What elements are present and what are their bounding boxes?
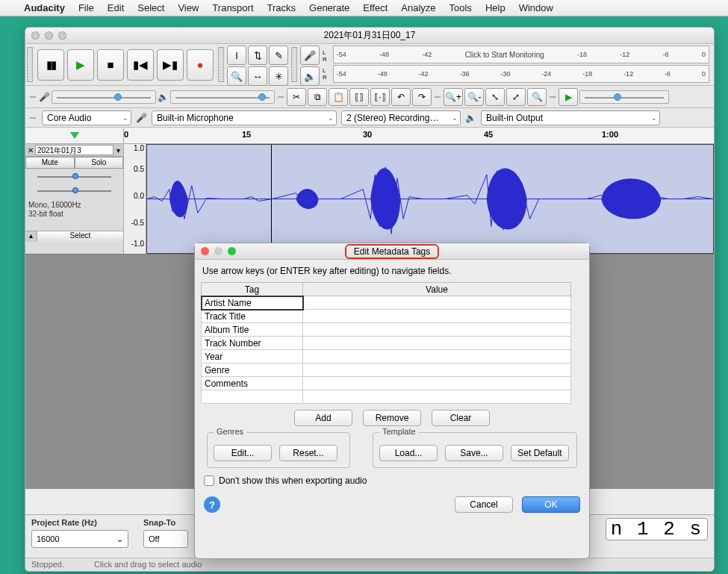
menu-tools[interactable]: Tools <box>449 2 472 13</box>
template-save-button[interactable]: Save... <box>445 445 503 461</box>
silence-button[interactable]: ⟦·⟧ <box>370 88 390 106</box>
add-button[interactable]: Add <box>294 410 352 426</box>
template-set-default-button[interactable]: Set Default <box>511 445 569 461</box>
grip-handle[interactable] <box>291 47 297 82</box>
audio-position-display[interactable]: n 1 2 s <box>606 518 708 540</box>
gain-slider[interactable] <box>30 171 119 183</box>
draw-tool[interactable]: ✎ <box>269 46 288 65</box>
timeshift-tool[interactable]: ↔ <box>248 66 267 86</box>
grip-handle[interactable] <box>435 96 441 98</box>
grip-handle[interactable] <box>30 117 36 119</box>
pause-button[interactable]: ▮▮ <box>37 49 64 81</box>
pan-slider[interactable] <box>30 185 119 197</box>
tag-cell[interactable] <box>202 390 303 404</box>
waveform-display[interactable] <box>146 144 714 254</box>
help-button[interactable]: ? <box>204 496 220 513</box>
play-meter-icon[interactable]: 🔈 <box>300 66 320 86</box>
stop-button[interactable]: ■ <box>97 49 124 81</box>
window-close[interactable] <box>31 31 40 40</box>
selection-tool[interactable]: I <box>227 46 246 65</box>
value-cell[interactable] <box>303 337 571 350</box>
recording-meter[interactable]: -54 -48 -42 Click to Start Monitoring -1… <box>333 46 709 63</box>
genres-reset-button[interactable]: Reset... <box>279 445 337 461</box>
skip-start-button[interactable]: ▮◀ <box>127 49 154 81</box>
recording-device-select[interactable]: Built-in Microphone⌄ <box>152 110 337 125</box>
dont-show-checkbox[interactable] <box>204 475 214 486</box>
menu-tracks[interactable]: Tracks <box>267 2 296 13</box>
pin-playhead-icon[interactable] <box>70 132 79 139</box>
play-button[interactable]: ▶ <box>67 49 94 81</box>
audio-host-select[interactable]: Core Audio⌄ <box>42 110 131 125</box>
skip-end-button[interactable]: ▶▮ <box>157 49 184 81</box>
redo-button[interactable]: ↷ <box>412 88 432 106</box>
project-rate-select[interactable]: 16000⌄ <box>31 530 128 548</box>
grip-handle[interactable] <box>27 47 33 82</box>
menu-effect[interactable]: Effect <box>363 2 388 13</box>
undo-button[interactable]: ↶ <box>391 88 411 106</box>
paste-button[interactable]: 📋 <box>329 88 348 106</box>
track-control-panel[interactable]: ✕ 2021年01月3 ▾ Mute Solo Mono, 16000Hz32-… <box>25 144 124 254</box>
cut-button[interactable]: ✂ <box>287 88 306 106</box>
zoom-out-button[interactable]: 🔍- <box>464 88 484 106</box>
menu-generate[interactable]: Generate <box>309 2 349 13</box>
ok-button[interactable]: OK <box>522 496 580 513</box>
play-at-speed-button[interactable]: ▶ <box>559 88 578 106</box>
value-cell[interactable] <box>303 310 571 323</box>
tag-cell[interactable]: Track Number <box>202 337 303 350</box>
trim-button[interactable]: ⟦⟧ <box>349 88 369 106</box>
fit-selection-button[interactable]: ⤡ <box>485 88 505 106</box>
dialog-close[interactable] <box>201 247 209 255</box>
tag-cell[interactable]: Track Title <box>202 310 303 323</box>
menu-window[interactable]: Window <box>519 2 553 13</box>
menu-transport[interactable]: Transport <box>212 2 253 13</box>
copy-button[interactable]: ⧉ <box>308 88 327 106</box>
menu-edit[interactable]: Edit <box>108 2 124 13</box>
menu-select[interactable]: Select <box>137 2 164 13</box>
solo-button[interactable]: Solo <box>75 157 124 169</box>
clear-button[interactable]: Clear <box>432 410 490 426</box>
track-select-button[interactable]: Select <box>37 231 123 242</box>
tag-cell[interactable]: Album Title <box>202 323 303 337</box>
tag-cell[interactable]: Genre <box>202 364 303 377</box>
multi-tool[interactable]: ✳ <box>269 66 288 86</box>
menu-help[interactable]: Help <box>485 2 505 13</box>
window-zoom[interactable] <box>58 31 66 40</box>
window-minimize[interactable] <box>45 31 53 40</box>
value-cell[interactable] <box>303 390 571 404</box>
value-cell[interactable] <box>303 350 571 364</box>
playback-meter[interactable]: -54 -48 -42 -36 -30 -24 -18 -12 -6 0 <box>333 65 709 83</box>
grip-handle[interactable] <box>218 47 224 82</box>
tag-cell[interactable]: Comments <box>202 377 303 390</box>
value-cell[interactable] <box>303 296 571 310</box>
cancel-button[interactable]: Cancel <box>455 496 513 513</box>
remove-button[interactable]: Remove <box>363 410 421 426</box>
mute-button[interactable]: Mute <box>25 157 75 169</box>
rec-meter-icon[interactable]: 🎤 <box>300 46 320 65</box>
grip-handle[interactable] <box>30 96 36 98</box>
envelope-tool[interactable]: ⇅ <box>248 46 267 65</box>
fit-project-button[interactable]: ⤢ <box>506 88 526 106</box>
track-close-button[interactable]: ✕ <box>26 146 35 155</box>
zoom-toggle-button[interactable]: 🔍 <box>527 88 547 106</box>
menu-file[interactable]: File <box>78 2 94 13</box>
recording-volume-slider[interactable] <box>52 90 156 104</box>
track-name[interactable]: 2021年01月3 <box>35 145 113 155</box>
track-menu-button[interactable]: ▾ <box>113 146 122 155</box>
value-cell[interactable] <box>303 377 571 390</box>
value-cell[interactable] <box>303 364 571 377</box>
template-load-button[interactable]: Load... <box>379 445 438 461</box>
playback-device-select[interactable]: Built-in Output⌄ <box>481 110 660 125</box>
tag-cell[interactable]: Year <box>202 350 303 364</box>
menu-app[interactable]: Audacity <box>24 2 65 13</box>
value-cell[interactable] <box>303 323 571 337</box>
snap-to-select[interactable]: Off <box>143 530 188 548</box>
genres-edit-button[interactable]: Edit... <box>214 445 272 461</box>
dialog-zoom[interactable] <box>228 247 236 255</box>
record-button[interactable]: ● <box>187 49 214 81</box>
track-collapse-button[interactable]: ▴ <box>25 231 37 242</box>
menu-view[interactable]: View <box>178 2 199 13</box>
play-speed-slider[interactable] <box>579 90 669 104</box>
zoom-in-button[interactable]: 🔍+ <box>444 88 463 106</box>
playback-volume-slider[interactable] <box>170 90 275 104</box>
zoom-tool[interactable]: 🔍 <box>227 66 246 86</box>
